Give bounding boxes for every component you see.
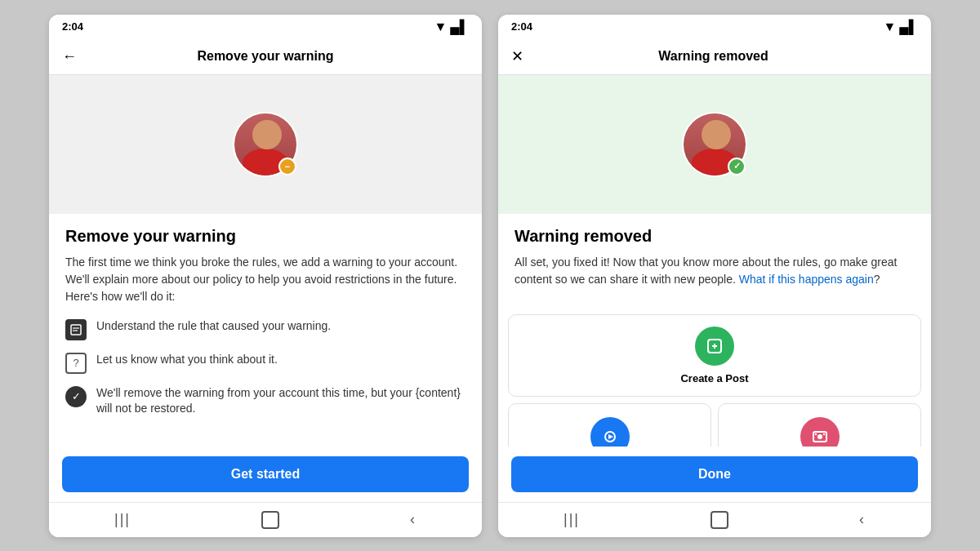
screen1-bottom: Get started <box>49 447 482 502</box>
close-button[interactable]: ✕ <box>511 47 523 65</box>
status-bar: 2:04 ▼ ▄▌ <box>49 15 482 39</box>
check-icon: ✓ <box>65 386 87 407</box>
status-time: 2:04 <box>62 20 83 33</box>
create-story-card[interactable]: Create a Story <box>508 403 711 447</box>
svg-marker-7 <box>608 434 613 439</box>
create-post-label: Create a Post <box>680 372 748 384</box>
action-grid: Create a Post Create a Story <box>498 314 931 447</box>
body-post-text: ? <box>874 273 880 286</box>
back-nav-icon[interactable]: ‹ <box>410 511 416 528</box>
status-icons-2: ▼ ▄▌ <box>883 20 918 34</box>
screen2-title: Warning removed <box>533 49 893 64</box>
action-row-double: Create a Story Create a Reel <box>508 403 921 447</box>
screen1-text: Remove your warning The first time we th… <box>49 214 482 443</box>
wifi-icon-2: ▼ <box>883 20 896 34</box>
screen2-section-body: All set, you fixed it! Now that you know… <box>514 254 915 288</box>
menu-nav-icon[interactable]: ||| <box>114 511 131 528</box>
svg-point-10 <box>814 433 816 434</box>
bullet-list: Understand the rule that caused your war… <box>65 318 466 417</box>
bullet-text-3: We'll remove the warning from your accou… <box>96 385 466 417</box>
what-if-link[interactable]: What if this happens again <box>739 273 874 286</box>
question-icon: ? <box>65 353 87 374</box>
bottom-nav-2: ||| ‹ <box>498 502 931 537</box>
status-time-2: 2:04 <box>511 20 532 33</box>
avatar-container: − <box>233 112 298 177</box>
screen-remove-warning: 2:04 ▼ ▄▌ ← Remove your warning − Remove… <box>49 15 482 537</box>
avatar-container-2: ✓ <box>682 112 747 177</box>
back-nav-icon-2[interactable]: ‹ <box>859 511 866 528</box>
screen1-header: ← Remove your warning <box>49 39 482 75</box>
action-row-post: Create a Post <box>508 314 921 397</box>
screen1-content: − Remove your warning The first time we … <box>49 75 482 447</box>
status-icons: ▼ ▄▌ <box>434 20 469 34</box>
bullet-item-1: Understand the rule that caused your war… <box>65 318 466 340</box>
screen1-section-title: Remove your warning <box>65 227 466 246</box>
status-bar-2: 2:04 ▼ ▄▌ <box>498 15 931 39</box>
bullet-item-2: ? Let us know what you think about it. <box>65 352 466 374</box>
screen-warning-removed: 2:04 ▼ ▄▌ ✕ Warning removed ✓ Warning re… <box>498 15 931 537</box>
signal-icon: ▄▌ <box>450 20 469 34</box>
bullet-text-2: Let us know what you think about it. <box>96 352 278 368</box>
done-button[interactable]: Done <box>511 456 918 492</box>
reel-icon <box>800 417 840 447</box>
get-started-button[interactable]: Get started <box>62 456 469 492</box>
bullet-text-1: Understand the rule that caused your war… <box>96 318 331 335</box>
screen2-header: ✕ Warning removed <box>498 39 931 75</box>
rule-icon <box>65 319 87 340</box>
back-button[interactable]: ← <box>62 48 77 65</box>
menu-nav-icon-2[interactable]: ||| <box>564 511 580 528</box>
wifi-icon: ▼ <box>434 20 447 34</box>
bottom-nav-1: ||| ‹ <box>49 502 482 537</box>
success-badge: ✓ <box>728 158 746 176</box>
home-nav-icon-2[interactable] <box>710 511 728 529</box>
post-icon <box>695 327 734 366</box>
create-reel-card[interactable]: Create a Reel <box>718 403 921 447</box>
screen1-title: Remove your warning <box>87 49 444 64</box>
badge-check-icon: ✓ <box>733 161 741 171</box>
hero-area: − <box>49 75 482 214</box>
screen2-content: ✓ Warning removed All set, you fixed it!… <box>498 75 931 447</box>
svg-point-11 <box>822 433 824 434</box>
screen2-bottom: Done <box>498 447 931 502</box>
svg-point-9 <box>817 434 822 439</box>
svg-rect-0 <box>71 325 81 335</box>
warning-badge: − <box>278 158 296 176</box>
story-icon <box>590 417 630 447</box>
screen2-section-title: Warning removed <box>514 227 915 246</box>
home-nav-icon[interactable] <box>261 511 279 529</box>
screen2-text: Warning removed All set, you fixed it! N… <box>498 214 931 314</box>
signal-icon-2: ▄▌ <box>899 20 918 34</box>
badge-minus-icon: − <box>285 162 290 171</box>
screen1-section-body: The first time we think you broke the ru… <box>65 254 466 305</box>
hero-area-2: ✓ <box>498 75 931 214</box>
bullet-item-3: ✓ We'll remove the warning from your acc… <box>65 385 466 417</box>
create-post-card[interactable]: Create a Post <box>508 314 921 397</box>
